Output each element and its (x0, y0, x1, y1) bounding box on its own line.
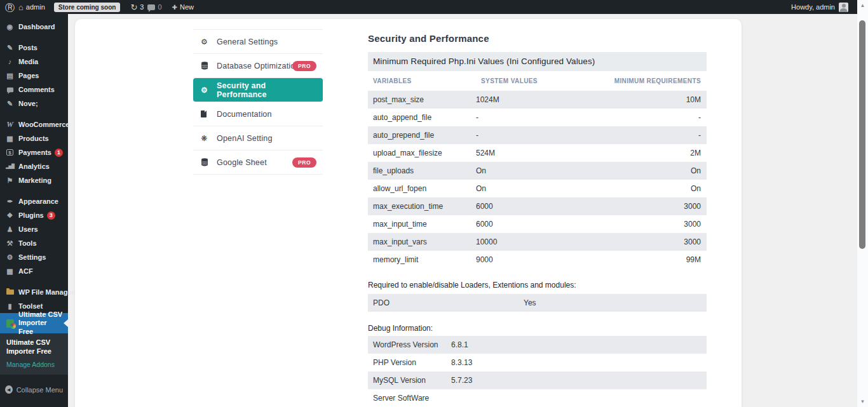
sidebar-item-label: Settings (18, 253, 46, 261)
avatar (839, 3, 848, 12)
tab-openai-setting[interactable]: ❋OpenAI Setting (193, 126, 323, 150)
table-row: PHP Version8.3.13 (368, 354, 707, 371)
dashboard-icon: ◉ (5, 23, 15, 31)
window-scrollbar[interactable]: ▲ ▼ (857, 0, 868, 407)
row-value: 8.3.13 (451, 358, 642, 367)
row-variable: max_execution_time (368, 202, 476, 211)
database-icon (201, 158, 211, 166)
admin-sidebar: ◉Dashboard✎Posts♪Media▤PagesComments✎Nov… (0, 14, 68, 407)
debug-section-label: Debug Information: (368, 324, 433, 333)
tab-database-optimization[interactable]: Database OptimizationPRO (193, 54, 323, 78)
row-variable: upload_max_filesize (368, 149, 476, 157)
sidebar-item-products[interactable]: ▦Products (0, 131, 68, 145)
sidebar-item-nove[interactable]: ✎Nove; (0, 97, 68, 110)
updates-icon: ↻ (130, 3, 137, 12)
sidebar-item-plugins[interactable]: ❖Plugins3 (0, 208, 68, 222)
sidebar-item-label: Tools (18, 239, 37, 247)
pages-icon: ▤ (5, 72, 15, 80)
row-value: 9000 (476, 255, 578, 264)
sidebar-item-acf[interactable]: ▦ACF (0, 264, 68, 278)
tab-security-and-performance[interactable]: ⚙Security and Performance (193, 78, 323, 102)
sidebar-item-label: WooCommerce (18, 121, 69, 128)
howdy-admin-link[interactable]: Howdy, admin (791, 3, 835, 11)
csv-importer-submenu: Ultimate CSV Importer Free Manage Addons (0, 333, 68, 375)
scroll-down-arrow[interactable]: ▼ (857, 399, 868, 404)
sidebar-item-tools[interactable]: ⚒Tools (0, 236, 68, 250)
row-value: On (578, 184, 707, 193)
sidebar-item-analytics[interactable]: ▂▅█Analytics (0, 159, 68, 173)
tab-documentation[interactable]: Documentation (193, 102, 323, 126)
sidebar-item-comments[interactable]: Comments (0, 83, 68, 97)
row-variable: post_max_size (368, 95, 476, 104)
tab-label: Security and Performance (217, 81, 315, 99)
row-value: On (476, 184, 578, 193)
comments-link[interactable]: 0 (147, 3, 161, 11)
scrollbar-thumb[interactable] (859, 20, 865, 249)
table-row: MySQL Version5.7.23 (368, 371, 707, 389)
wordpress-logo-icon[interactable]: Ⓡ (5, 3, 15, 12)
table-row: auto_append_file-- (368, 109, 707, 126)
site-link[interactable]: ⌂ admin (18, 3, 45, 12)
sidebar-item-marketing[interactable]: ⚑Marketing (0, 173, 68, 187)
notification-badge: 3 (47, 211, 55, 220)
sidebar-item-appearance[interactable]: ✒Appearance (0, 194, 68, 208)
collapse-arrow-icon: ◀ (5, 385, 13, 394)
manage-addons-link[interactable]: Manage Addons (6, 361, 62, 368)
loaders-section-label: Required to enable/disable Loaders, Exte… (368, 281, 576, 290)
sidebar-item-label: Media (18, 58, 38, 65)
gear-icon: ⚙ (201, 86, 211, 95)
scroll-up-arrow[interactable]: ▲ (857, 3, 868, 8)
sidebar-item-label: Nove; (18, 100, 38, 107)
pushpin-icon: ✎ (5, 44, 15, 52)
row-value: 6000 (476, 220, 578, 229)
sidebar-item-woocommerce[interactable]: WWooCommerce (0, 117, 68, 131)
col-minimum-requirements: MINIMUM REQUIREMENTS (614, 77, 701, 84)
site-name: admin (26, 3, 45, 11)
sidebar-item-label: Products (18, 135, 49, 142)
tab-label: OpenAI Setting (217, 134, 273, 143)
sidebar-item-ultimate-csv-importer-free[interactable]: Ultimate CSV Importer Free (0, 313, 68, 333)
sidebar-item-label: Pages (18, 72, 39, 79)
tab-label: Database Optimization (217, 62, 300, 70)
sidebar-item-label: Payments (18, 149, 51, 156)
table-row: post_max_size1024M10M (368, 91, 707, 109)
settings-tab-list: ⚙General SettingsDatabase OptimizationPR… (193, 29, 323, 175)
sidebar-item-users[interactable]: ♟Users (0, 222, 68, 236)
row-value: On (578, 166, 707, 175)
sidebar-item-settings[interactable]: ⚙Settings (0, 250, 68, 264)
sidebar-item-wp-file-manager[interactable]: WP File Manager (0, 285, 68, 299)
sidebar-item-label: Plugins (18, 211, 44, 219)
sidebar-item-posts[interactable]: ✎Posts (0, 41, 68, 55)
pro-badge: PRO (292, 157, 316, 168)
table-row: Server SoftWare (368, 389, 707, 407)
collapse-menu-button[interactable]: ◀ Collapse Menu (0, 383, 68, 397)
row-value: 6.8.1 (451, 340, 642, 349)
row-variable: WordPress Version (368, 340, 451, 349)
sidebar-item-pages[interactable]: ▤Pages (0, 69, 68, 83)
megaphone-icon: ⚑ (5, 177, 15, 185)
table-row: auto_prepend_file-- (368, 126, 707, 144)
tab-google-sheet[interactable]: Google SheetPRO (193, 150, 323, 175)
sidebar-item-media[interactable]: ♪Media (0, 55, 68, 69)
row-value: 6000 (476, 202, 578, 211)
col-system-values: SYSTEM VALUES (481, 77, 538, 84)
row-value: 99M (578, 255, 707, 264)
row-value: 524M (476, 149, 578, 157)
sidebar-item-label: Users (18, 225, 38, 233)
admin-bar: Ⓡ ⌂ admin Store coming soon ↻ 3 0 ✚ New … (0, 0, 857, 14)
sidebar-item-payments[interactable]: $Payments1 (0, 145, 68, 159)
row-value: - (578, 113, 707, 122)
new-content-link[interactable]: ✚ New (166, 3, 194, 11)
updates-link[interactable]: ↻ 3 (124, 3, 144, 12)
sidebar-item-dashboard[interactable]: ◉Dashboard (0, 20, 68, 34)
tab-general-settings[interactable]: ⚙General Settings (193, 30, 323, 54)
table-row: max_input_vars100003000 (368, 233, 707, 251)
row-value: On (476, 166, 578, 175)
row-variable: file_uploads (368, 166, 476, 175)
toolset-icon: ▮ (5, 302, 15, 310)
collapse-label: Collapse Menu (17, 386, 63, 394)
php-ini-column-headers: VARIABLES SYSTEM VALUES MINIMUM REQUIREM… (368, 77, 707, 86)
row-value: 5.7.23 (451, 376, 642, 385)
folder-icon (5, 290, 15, 295)
submenu-title[interactable]: Ultimate CSV Importer Free (6, 338, 62, 356)
